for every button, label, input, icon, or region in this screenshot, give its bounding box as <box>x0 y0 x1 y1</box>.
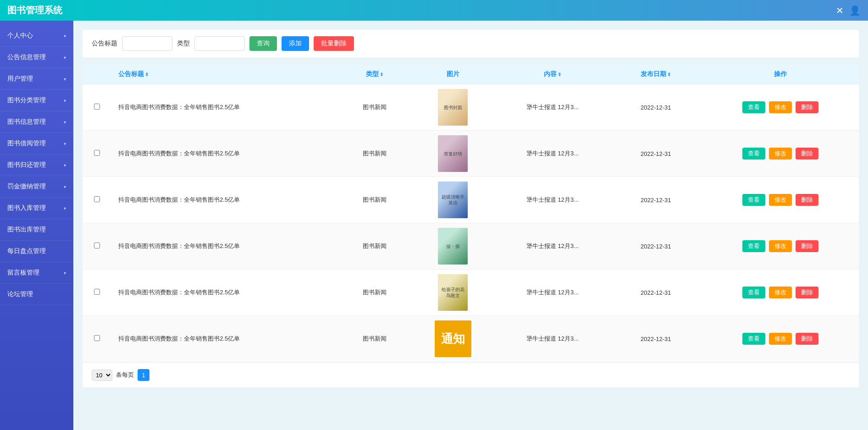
row-checkbox-cell <box>83 223 111 270</box>
title-search-input[interactable] <box>122 36 172 51</box>
sidebar-item-forum[interactable]: 论坛管理 <box>0 284 73 305</box>
col-header-content[interactable]: 内容⇕ <box>496 65 610 84</box>
view-button[interactable]: 查看 <box>742 240 765 252</box>
sidebar-item-personal[interactable]: 个人中心 ▾ <box>0 25 73 47</box>
row-content: 犟牛士报道 12月3... <box>496 177 610 223</box>
view-button[interactable]: 查看 <box>742 101 765 113</box>
per-page-select[interactable]: 10 20 50 <box>92 369 112 381</box>
sidebar-item-book-category[interactable]: 图书分类管理 ▾ <box>0 90 73 111</box>
row-title: 抖音电商图书消费数据：全年销售图书2.5亿单 <box>111 316 339 362</box>
sidebar-item-book-return[interactable]: 图书归还管理 ▾ <box>0 154 73 176</box>
sidebar-item-book-out[interactable]: 图书出库管理 <box>0 219 73 241</box>
chevron-down-icon: ▾ <box>64 184 66 189</box>
view-button[interactable]: 查看 <box>742 194 765 206</box>
sidebar-item-guestbook[interactable]: 留言板管理 ▾ <box>0 262 73 284</box>
delete-button[interactable]: 删除 <box>796 148 818 160</box>
row-date: 2022-12-31 <box>609 270 702 316</box>
row-actions: 查看 修改 删除 <box>702 223 859 270</box>
table-body: 抖音电商图书消费数据：全年销售图书2.5亿单 图书新闻 图书封面 犟牛士报道 1… <box>83 84 859 362</box>
row-content: 犟牛士报道 12月3... <box>496 316 610 362</box>
row-title: 抖音电商图书消费数据：全年销售图书2.5亿单 <box>111 270 339 316</box>
chevron-down-icon: ▾ <box>64 163 66 168</box>
table-row: 抖音电商图书消费数据：全年销售图书2.5亿单 图书新闻 侦・探 犟牛士报道 12… <box>83 223 859 270</box>
col-checkbox <box>83 65 111 84</box>
sidebar-item-book-info[interactable]: 图书信息管理 ▾ <box>0 111 73 133</box>
sidebar-label-book-in: 图书入库管理 <box>7 204 46 212</box>
chevron-down-icon: ▾ <box>64 33 66 39</box>
view-button[interactable]: 查看 <box>742 287 765 298</box>
row-title: 抖音电商图书消费数据：全年销售图书2.5亿单 <box>111 131 339 177</box>
table-header-row: 公告标题⇕ 类型⇕ 图片 内容⇕ 发布日期⇕ 操作 <box>83 65 859 84</box>
col-header-title[interactable]: 公告标题⇕ <box>111 65 339 84</box>
delete-button[interactable]: 删除 <box>796 333 818 345</box>
row-checkbox[interactable] <box>94 104 100 110</box>
delete-button[interactable]: 删除 <box>796 101 818 113</box>
book-cover-image: 图书封面 <box>438 89 468 126</box>
row-checkbox[interactable] <box>94 150 100 156</box>
batch-delete-button[interactable]: 批量删除 <box>314 36 354 51</box>
edit-button[interactable]: 修改 <box>769 333 792 345</box>
edit-button[interactable]: 修改 <box>769 148 792 160</box>
add-button[interactable]: 添加 <box>282 36 309 51</box>
col-header-type[interactable]: 类型⇕ <box>339 65 410 84</box>
title-field-label: 公告标题 <box>92 39 117 48</box>
row-checkbox[interactable] <box>94 289 100 295</box>
current-page[interactable]: 1 <box>138 369 149 381</box>
view-button[interactable]: 查看 <box>742 333 765 345</box>
row-title: 抖音电商图书消费数据：全年销售图书2.5亿单 <box>111 177 339 223</box>
chevron-down-icon: ▾ <box>64 120 66 125</box>
row-content: 犟牛士报道 12月3... <box>496 270 610 316</box>
pagination: 10 20 50 条每页 1 <box>83 363 859 387</box>
row-image: 超级清晰学英语 <box>410 177 495 223</box>
sidebar-item-announcement[interactable]: 公告信息管理 ▾ <box>0 47 73 68</box>
user-icon[interactable]: 👤 <box>849 5 861 16</box>
row-type: 图书新闻 <box>339 223 410 270</box>
delete-button[interactable]: 删除 <box>796 194 818 206</box>
sidebar-label-book-info: 图书信息管理 <box>7 118 46 126</box>
sidebar-item-fine[interactable]: 罚金缴纳管理 ▾ <box>0 176 73 198</box>
chevron-down-icon: ▾ <box>64 55 66 60</box>
sidebar-item-user[interactable]: 用户管理 ▾ <box>0 68 73 90</box>
row-checkbox[interactable] <box>94 335 100 341</box>
view-button[interactable]: 查看 <box>742 148 765 160</box>
delete-button[interactable]: 删除 <box>796 240 818 252</box>
close-icon[interactable]: ✕ <box>836 5 844 16</box>
row-actions: 查看 修改 删除 <box>702 316 859 362</box>
row-image: 答复好情 <box>410 131 495 177</box>
delete-button[interactable]: 删除 <box>796 287 818 298</box>
row-image: 图书封面 <box>410 84 495 131</box>
main-content: 公告标题 类型 查询 添加 批量删除 公告标题⇕ 类型⇕ <box>73 21 868 430</box>
row-checkbox[interactable] <box>94 243 100 248</box>
chevron-down-icon: ▾ <box>64 206 66 211</box>
row-type: 图书新闻 <box>339 84 410 131</box>
row-checkbox-cell <box>83 316 111 362</box>
edit-button[interactable]: 修改 <box>769 101 792 113</box>
edit-button[interactable]: 修改 <box>769 240 792 252</box>
sidebar-item-daily-check[interactable]: 每日盘点管理 <box>0 241 73 262</box>
header-icons: ✕ 👤 <box>836 5 861 16</box>
notice-image: 通知 <box>435 320 471 357</box>
sort-icon-content: ⇕ <box>558 72 561 77</box>
book-cover-image: 答复好情 <box>438 135 468 172</box>
sidebar-label-forum: 论坛管理 <box>7 290 33 298</box>
edit-button[interactable]: 修改 <box>769 194 792 206</box>
row-date: 2022-12-31 <box>609 84 702 131</box>
col-header-date[interactable]: 发布日期⇕ <box>609 65 702 84</box>
sidebar-label-book-return: 图书归还管理 <box>7 161 46 169</box>
row-type: 图书新闻 <box>339 131 410 177</box>
row-type: 图书新闻 <box>339 316 410 362</box>
sidebar-label-book-category: 图书分类管理 <box>7 96 46 105</box>
type-search-input[interactable] <box>194 36 245 51</box>
col-header-image: 图片 <box>410 65 495 84</box>
sidebar-label-book-borrow: 图书借阅管理 <box>7 139 46 148</box>
row-type: 图书新闻 <box>339 177 410 223</box>
app-header: 图书管理系统 ✕ 👤 <box>0 0 868 21</box>
sidebar-item-book-borrow[interactable]: 图书借阅管理 ▾ <box>0 133 73 154</box>
query-button[interactable]: 查询 <box>249 36 277 51</box>
sidebar-item-book-in[interactable]: 图书入库管理 ▾ <box>0 198 73 219</box>
edit-button[interactable]: 修改 <box>769 287 792 298</box>
row-actions: 查看 修改 删除 <box>702 84 859 131</box>
row-checkbox[interactable] <box>94 196 100 202</box>
row-checkbox-cell <box>83 84 111 131</box>
sidebar: 个人中心 ▾ 公告信息管理 ▾ 用户管理 ▾ 图书分类管理 ▾ 图书信息管理 ▾… <box>0 21 73 430</box>
